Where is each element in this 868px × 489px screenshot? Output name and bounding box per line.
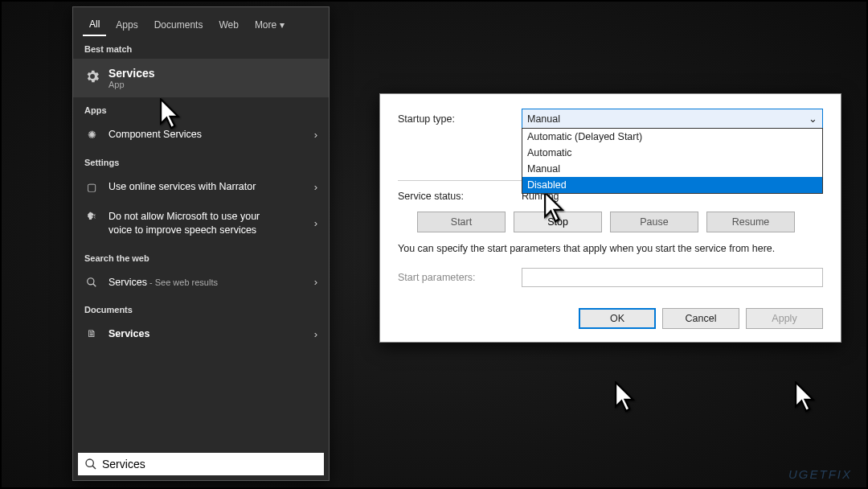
svg-point-0 [88,277,94,284]
best-match-label: Best match [73,36,329,59]
best-match-title: Services [108,67,155,80]
cursor-icon [794,381,818,417]
chevron-down-icon: ⌄ [809,113,817,125]
settings-label: Settings [73,150,329,172]
option-automatic-delayed[interactable]: Automatic (Delayed Start) [522,129,822,145]
search-icon [84,277,99,288]
startup-type-label: Startup type: [398,113,515,125]
svg-line-1 [93,283,96,286]
search-input[interactable] [102,458,317,471]
app-component-services[interactable]: ✺ Component Services › [73,120,329,150]
mic-icon: 🗣 [84,211,99,222]
document-icon: 🗎 [84,328,99,339]
setting-speech[interactable]: 🗣 Do not allow Microsoft to use your voi… [73,202,329,245]
list-item-label: Component Services [108,128,202,142]
list-item-label: Services [108,327,149,341]
option-manual[interactable]: Manual [522,161,822,177]
watermark: UGETFIX [788,467,852,481]
ok-button[interactable]: OK [579,308,656,329]
list-item-label: Do not allow Microsoft to use your voice… [108,210,285,237]
service-status-label: Service status: [398,191,515,202]
cancel-button[interactable]: Cancel [662,308,739,329]
tab-web[interactable]: Web [212,14,244,35]
service-properties-dialog: Startup type: Manual ⌄ Automatic (Delaye… [379,93,841,343]
tab-apps[interactable]: Apps [109,14,144,35]
doc-item-services[interactable]: 🗎 Services › [73,319,329,349]
component-icon: ✺ [84,129,99,141]
apply-button[interactable]: Apply [746,308,823,329]
svg-point-2 [86,459,93,466]
start-button[interactable]: Start [417,212,506,232]
option-automatic[interactable]: Automatic [522,145,822,161]
search-icon [84,458,97,471]
chevron-right-icon: › [314,276,317,288]
cursor-icon [614,381,638,417]
start-menu-panel: All Apps Documents Web More ▾ Best match… [72,6,330,481]
gear-icon [84,68,100,84]
chevron-right-icon: › [314,217,317,229]
tab-documents[interactable]: Documents [148,14,210,35]
narrator-icon: ▢ [84,181,99,193]
chevron-right-icon: › [314,181,317,193]
startup-type-dropdown: Automatic (Delayed Start) Automatic Manu… [522,128,823,194]
help-text: You can specify the start parameters tha… [398,242,823,257]
chevron-right-icon: › [314,129,317,141]
best-match-item[interactable]: Services App [73,59,329,97]
list-item-label: Use online services with Narrator [108,180,256,194]
pause-button[interactable]: Pause [610,212,698,232]
setting-narrator[interactable]: ▢ Use online services with Narrator › [73,172,329,202]
tab-more[interactable]: More ▾ [248,14,291,35]
start-menu-tabs: All Apps Documents Web More ▾ [73,7,329,36]
start-parameters-input[interactable] [522,268,823,287]
web-label: Search the web [73,245,329,268]
stop-button[interactable]: Stop [514,212,602,232]
best-match-sub: App [108,80,155,89]
list-item-label: Services - See web results [108,276,218,290]
svg-line-3 [92,466,96,469]
resume-button[interactable]: Resume [706,212,795,232]
tab-all[interactable]: All [83,14,106,36]
docs-label: Documents [73,297,329,319]
search-bar [78,453,324,475]
option-disabled[interactable]: Disabled [522,177,822,193]
web-result-item[interactable]: Services - See web results › [73,268,329,298]
apps-label: Apps [73,97,329,120]
start-parameters-label: Start parameters: [398,272,515,283]
combobox-value: Manual [527,113,560,125]
chevron-right-icon: › [314,328,317,340]
startup-type-combobox[interactable]: Manual ⌄ [522,109,823,129]
